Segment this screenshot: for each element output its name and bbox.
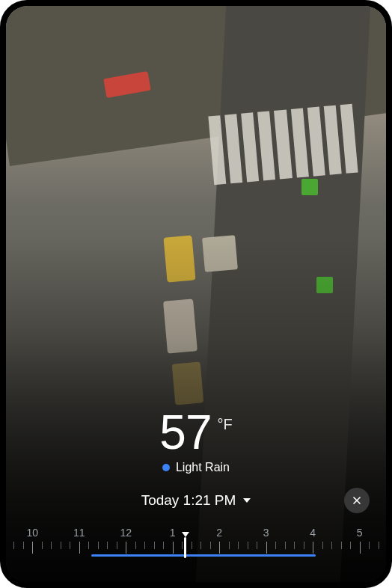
weather-panel: 57 °F Light Rain Today 1:21 PM xyxy=(6,408,386,582)
temperature-value: 57 xyxy=(159,408,211,456)
hour-label: 11 xyxy=(56,527,103,539)
hour-label: 4 xyxy=(290,527,337,539)
timeline-range-indicator xyxy=(91,554,316,557)
hour-label: 2 xyxy=(196,527,243,539)
temperature-unit: °F xyxy=(217,416,232,433)
timeline-playhead[interactable] xyxy=(184,537,186,558)
timeline-hour-labels: 10 11 12 1 2 3 4 5 xyxy=(9,527,383,539)
timeline-track[interactable] xyxy=(9,540,383,561)
datetime-selector-row: Today 1:21 PM xyxy=(6,492,386,509)
hour-label: 10 xyxy=(9,527,56,539)
hour-label: 1 xyxy=(150,527,197,539)
condition-dot-icon xyxy=(162,464,170,471)
weather-condition: Light Rain xyxy=(6,461,386,474)
datetime-dropdown[interactable]: Today 1:21 PM xyxy=(141,492,251,509)
timeline-ticks xyxy=(9,540,383,561)
condition-label: Light Rain xyxy=(176,461,230,474)
hour-label: 3 xyxy=(243,527,290,539)
datetime-label: Today 1:21 PM xyxy=(141,492,236,509)
close-button[interactable] xyxy=(344,488,370,513)
screen: 57 °F Light Rain Today 1:21 PM xyxy=(6,6,386,582)
temperature-display: 57 °F xyxy=(6,408,386,456)
device-frame: 57 °F Light Rain Today 1:21 PM xyxy=(0,0,392,588)
time-slider[interactable]: 10 11 12 1 2 3 4 5 xyxy=(6,527,386,573)
close-icon xyxy=(351,494,363,506)
hour-label: 5 xyxy=(337,527,384,539)
hour-label: 12 xyxy=(102,527,150,539)
chevron-down-icon xyxy=(243,498,251,503)
